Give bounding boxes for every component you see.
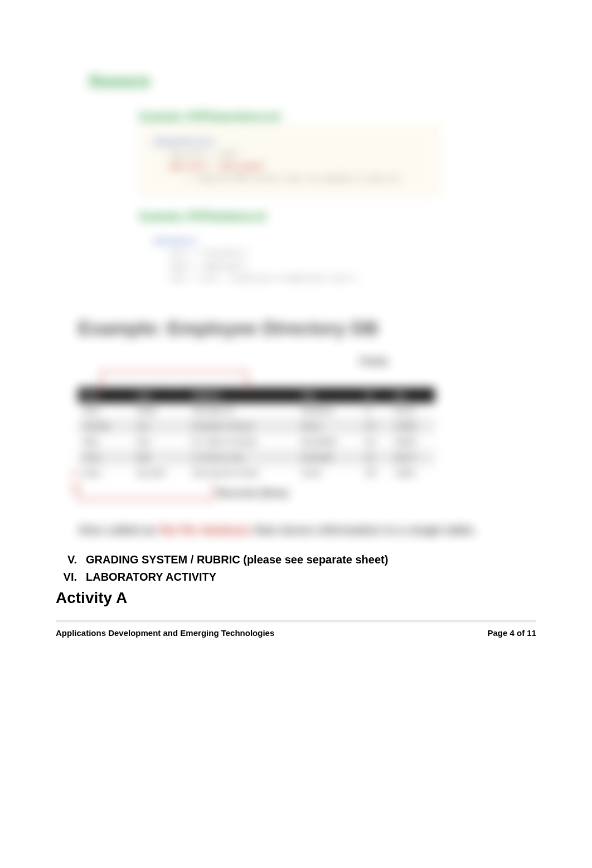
table-header: Zip bbox=[390, 388, 435, 403]
roman-numeral: VI. bbox=[56, 571, 77, 584]
footer-course-title: Applications Development and Emerging Te… bbox=[56, 628, 274, 638]
code-line: ; required PDO drivers must be enabled i… bbox=[187, 173, 426, 185]
table-header: City bbox=[297, 388, 361, 403]
code-example-1-title: Example: PHPDependency.ini bbox=[139, 110, 440, 122]
code-line: [Database] bbox=[153, 235, 360, 248]
table-cell: Jennifer bbox=[78, 418, 132, 434]
note-text-suffix: that stores information in a single tabl… bbox=[251, 523, 476, 536]
code-line: name = "employees" bbox=[169, 261, 360, 273]
table-cell: Lee bbox=[132, 418, 187, 434]
code-line: host = "localhost" bbox=[169, 248, 360, 260]
table-header: Last bbox=[132, 388, 187, 403]
section-v: V. GRADING SYSTEM / RUBRIC (please see s… bbox=[56, 553, 536, 566]
footer-page-number: Page 4 of 11 bbox=[487, 628, 536, 638]
table-cell: 11 Penny Lane bbox=[187, 450, 297, 465]
table-cell: Rockville bbox=[297, 450, 361, 465]
fields-bracket bbox=[100, 371, 248, 388]
table-cell: 28 Barker Terrace bbox=[187, 418, 297, 434]
table-cell: IL bbox=[361, 403, 390, 418]
code-example-2-title: Example: PHPDatabase.ini bbox=[139, 210, 373, 222]
code-example-1-box: [Dependencies] php_ext1 = "pdo" php_ext2… bbox=[139, 126, 440, 196]
page-footer: Applications Development and Emerging Te… bbox=[56, 624, 536, 638]
table-diagram: Fields First Last Address City St bbox=[67, 356, 536, 499]
section-title: LABORATORY ACTIVITY bbox=[86, 571, 216, 584]
section-vi: VI. LABORATORY ACTIVITY bbox=[56, 571, 536, 584]
table-cell: DE bbox=[361, 465, 390, 481]
flat-file-note: Also called as flat file database that s… bbox=[78, 522, 514, 538]
table-cell: Hall bbox=[132, 450, 187, 465]
table-row: Mike Doe 517 Main St Street Brookfield W… bbox=[78, 434, 435, 450]
sharp-content-region: V. GRADING SYSTEM / RUBRIC (please see s… bbox=[56, 553, 536, 638]
table-cell: Jane bbox=[78, 403, 132, 418]
records-label: Records (Row) bbox=[217, 488, 536, 499]
table-cell: 100 Main St bbox=[187, 403, 297, 418]
table-cell: 61101 bbox=[390, 403, 435, 418]
code-example-2-box: [Database] host = "localhost" name = "em… bbox=[139, 225, 373, 295]
code-line: php_ext1 = "pdo" bbox=[170, 148, 426, 161]
table-cell: WI bbox=[361, 434, 390, 450]
table-header: St bbox=[361, 388, 390, 403]
table-row: Chris Hall 11 Penny Lane Rockville AL 35… bbox=[78, 450, 435, 465]
record-tick bbox=[72, 472, 79, 479]
note-text-highlight: flat file database bbox=[159, 523, 251, 536]
table-cell: AL bbox=[361, 450, 390, 465]
note-text-prefix: Also called as bbox=[78, 523, 159, 536]
table-row: Dean Kenneth 230 Garrison Road Dover DE … bbox=[78, 465, 435, 481]
table-cell: Kenneth bbox=[132, 465, 187, 481]
table-cell: Dean bbox=[78, 465, 132, 481]
table-cell: 53005 bbox=[390, 434, 435, 450]
table-header: Address bbox=[187, 388, 297, 403]
table-cell: 230 Garrison Road bbox=[187, 465, 297, 481]
code-token: php_ext2 = "pdo_mysql" bbox=[170, 162, 266, 171]
record-tick bbox=[72, 486, 79, 493]
table-cell: 35127 bbox=[390, 450, 435, 465]
table-cell: Brookfield bbox=[297, 434, 361, 450]
table-row: Jennifer Lee 28 Barker Terrace Bronx NY … bbox=[78, 418, 435, 434]
employee-table: First Last Address City St Zip Jane Smit… bbox=[78, 388, 435, 481]
table-row: Jane Smith 100 Main St Rockford IL 61101 bbox=[78, 403, 435, 418]
activity-heading: Activity A bbox=[56, 589, 536, 607]
roman-numeral: V. bbox=[56, 553, 77, 566]
code-example-2: Example: PHPDatabase.ini [Database] host… bbox=[139, 210, 373, 295]
table-cell: 517 Main St Street bbox=[187, 434, 297, 450]
table-cell: 19901 bbox=[390, 465, 435, 481]
code-line: [Dependencies] bbox=[153, 136, 426, 148]
section-heading-resource: Resource bbox=[89, 73, 536, 88]
blurred-content-region: Resource Example: PHPDependency.ini [Dep… bbox=[56, 73, 536, 538]
code-line: php_ext2 = "pdo_mysql" bbox=[170, 161, 426, 173]
code-example-1: Example: PHPDependency.ini [Dependencies… bbox=[139, 110, 440, 196]
table-cell: Rockford bbox=[297, 403, 361, 418]
fields-label: Fields bbox=[212, 356, 536, 368]
table-header: First bbox=[78, 388, 132, 403]
table-cell: Smith bbox=[132, 403, 187, 418]
table-cell: Dover bbox=[297, 465, 361, 481]
table-cell: Doe bbox=[132, 434, 187, 450]
section-title: GRADING SYSTEM / RUBRIC (please see sepa… bbox=[86, 553, 388, 566]
code-line: user = root ; connection credentials lin… bbox=[169, 273, 360, 285]
table-cell: Bronx bbox=[297, 418, 361, 434]
table-cell: 10460 bbox=[390, 418, 435, 434]
example-heading: Example: Employee Directory DB bbox=[78, 317, 536, 339]
table-cell: NY bbox=[361, 418, 390, 434]
table-cell: Chris bbox=[78, 450, 132, 465]
records-bracket bbox=[78, 483, 214, 500]
table-header-row: First Last Address City St Zip bbox=[78, 388, 435, 403]
table-cell: Mike bbox=[78, 434, 132, 450]
